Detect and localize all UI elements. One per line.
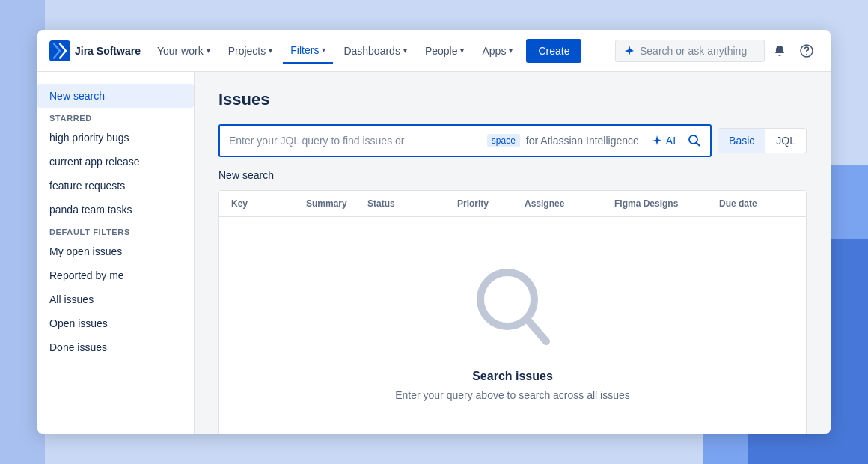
ai-search-icon — [623, 45, 635, 57]
col-status: Status — [367, 198, 457, 209]
chevron-down-icon: ▾ — [509, 46, 513, 55]
nav-projects[interactable]: Projects ▾ — [221, 39, 281, 63]
jql-search-container: space for Atlassian Intelligence AI — [218, 124, 807, 157]
sidebar-item-feature-requests[interactable]: feature requests — [37, 174, 194, 198]
empty-title: Search issues — [472, 370, 553, 383]
sidebar-item-new-search[interactable]: New search — [37, 84, 194, 108]
sidebar-item-high-priority[interactable]: high priority bugs — [37, 126, 194, 150]
chevron-down-icon: ▾ — [460, 46, 464, 55]
space-badge[interactable]: space — [487, 134, 520, 147]
global-search-bar[interactable]: Search or ask anything — [615, 40, 765, 62]
chevron-down-icon: ▾ — [269, 46, 272, 55]
main-content: Issues space for Atlassian Intelligence … — [195, 72, 831, 434]
ai-button[interactable]: AI — [645, 132, 682, 150]
sidebar-item-label: All issues — [49, 293, 94, 305]
sidebar-section-starred: Starred — [37, 108, 194, 126]
col-key: Key — [231, 198, 306, 209]
sidebar-item-label: current app release — [49, 156, 140, 168]
sidebar-item-label: Open issues — [49, 317, 108, 329]
search-placeholder-text: Search or ask anything — [640, 45, 747, 57]
jira-logo — [49, 40, 70, 61]
space-suffix-text: for Atlassian Intelligence — [526, 135, 639, 147]
app-body: New search Starred high priority bugs cu… — [37, 72, 831, 434]
sidebar-item-label: Reported by me — [49, 269, 124, 281]
nav-dashboards[interactable]: Dashboards ▾ — [336, 39, 415, 63]
sidebar-item-all-issues[interactable]: All issues — [37, 287, 194, 311]
create-button[interactable]: Create — [526, 39, 581, 63]
new-search-label: New search — [218, 169, 807, 181]
page-title: Issues — [218, 90, 807, 109]
empty-search-illustration — [471, 262, 554, 355]
view-toggle: Basic JQL — [718, 128, 807, 153]
sidebar-item-label: Done issues — [49, 341, 107, 353]
bell-icon — [773, 44, 786, 58]
svg-point-2 — [806, 53, 807, 55]
sidebar-item-label: New search — [49, 90, 105, 102]
jql-input[interactable] — [229, 135, 481, 147]
sidebar-item-label: feature requests — [49, 180, 125, 192]
col-assignee: Assignee — [525, 198, 614, 209]
brand[interactable]: Jira Software — [49, 40, 141, 61]
svg-line-5 — [527, 319, 546, 341]
chevron-down-icon: ▾ — [322, 46, 326, 54]
help-button[interactable] — [795, 39, 819, 63]
col-priority: Priority — [457, 198, 525, 209]
search-icon — [688, 134, 701, 147]
col-summary: Summary — [306, 198, 367, 209]
nav-filters[interactable]: Filters ▾ — [283, 38, 333, 64]
sidebar-item-label: My open issues — [49, 245, 122, 257]
chevron-down-icon: ▾ — [207, 46, 210, 55]
jql-input-wrapper[interactable]: space for Atlassian Intelligence AI — [218, 124, 712, 157]
sidebar-item-open-issues[interactable]: Open issues — [37, 311, 194, 335]
sidebar-item-my-open[interactable]: My open issues — [37, 239, 194, 263]
notifications-button[interactable] — [768, 39, 792, 63]
table-header: Key Summary Status Priority Assignee Fig… — [219, 191, 806, 217]
jql-search-button[interactable] — [688, 134, 701, 147]
nav-people[interactable]: People ▾ — [418, 39, 472, 63]
help-icon — [800, 44, 813, 58]
app-window: Jira Software Your work ▾ Projects ▾ Fil… — [37, 30, 831, 434]
brand-name: Jira Software — [75, 45, 141, 57]
empty-desc: Enter your query above to search across … — [395, 389, 630, 401]
chevron-down-icon: ▾ — [403, 46, 407, 55]
sparkle-icon — [651, 135, 663, 147]
nav-your-work[interactable]: Your work ▾ — [150, 39, 218, 63]
sidebar-item-panda-team[interactable]: panda team tasks — [37, 198, 194, 222]
empty-state: Search issues Enter your query above to … — [219, 217, 806, 434]
sidebar-item-current-app[interactable]: current app release — [37, 150, 194, 174]
basic-view-button[interactable]: Basic — [718, 129, 765, 153]
sidebar-item-done-issues[interactable]: Done issues — [37, 335, 194, 359]
sidebar-section-default: Default Filters — [37, 222, 194, 239]
jql-view-button[interactable]: JQL — [765, 129, 806, 153]
sidebar: New search Starred high priority bugs cu… — [37, 72, 195, 434]
sidebar-item-label: high priority bugs — [49, 132, 129, 144]
top-nav: Jira Software Your work ▾ Projects ▾ Fil… — [37, 30, 831, 72]
col-due: Due date — [719, 198, 794, 209]
ai-label: AI — [666, 135, 676, 147]
col-figma: Figma Designs — [614, 198, 719, 209]
nav-apps[interactable]: Apps ▾ — [474, 39, 520, 63]
sidebar-item-label: panda team tasks — [49, 204, 132, 216]
sidebar-item-reported[interactable]: Reported by me — [37, 263, 194, 287]
results-table: Key Summary Status Priority Assignee Fig… — [218, 190, 807, 434]
